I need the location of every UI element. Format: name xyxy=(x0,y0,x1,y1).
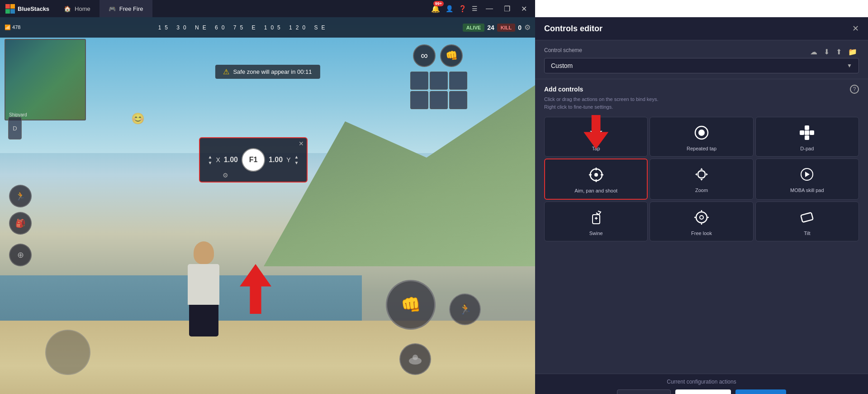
punch-button[interactable]: 👊 xyxy=(440,44,463,67)
svg-rect-7 xyxy=(810,130,814,135)
d-button[interactable]: D xyxy=(8,117,22,139)
minimize-button[interactable]: — xyxy=(483,4,496,14)
close-button[interactable]: ✕ xyxy=(518,4,530,14)
panel-close-button[interactable]: ✕ xyxy=(852,24,859,34)
svg-rect-4 xyxy=(805,125,809,130)
backpack-button[interactable]: 🎒 xyxy=(9,212,32,235)
infinity-button[interactable]: ∞ xyxy=(413,44,436,67)
y-up-arrow[interactable]: ▲ xyxy=(294,154,299,159)
swine-icon xyxy=(588,208,604,226)
tilt-label: Tilt xyxy=(804,230,810,236)
reset-button: Reset xyxy=(617,389,671,394)
scheme-download-icon[interactable]: ⬇ xyxy=(822,46,831,58)
joystick[interactable] xyxy=(45,330,90,375)
control-moba[interactable]: MOBA skill pad xyxy=(755,159,859,199)
safe-zone-message: ⚠ Safe zone will appear in 00:11 xyxy=(215,65,320,79)
control-free-look[interactable]: Free look xyxy=(650,202,753,241)
free-look-icon xyxy=(693,208,710,226)
kill-label: KILL xyxy=(497,24,515,32)
scheme-icons: ☁ ⬇ ⬆ 📁 xyxy=(808,46,859,58)
x-arrows: ▲ ▼ xyxy=(208,154,213,165)
run-button-right[interactable]: 🏃 xyxy=(449,293,481,325)
svg-rect-8 xyxy=(805,130,809,135)
logo-icon xyxy=(5,4,15,14)
cancel-button[interactable]: Cancel xyxy=(675,389,731,394)
kill-count: 0 xyxy=(518,24,522,31)
control-tilt[interactable]: Tilt xyxy=(755,202,859,241)
scheme-value: Custom xyxy=(551,62,573,69)
scheme-section: Control scheme ☁ ⬇ ⬆ 📁 Custom ▼ xyxy=(535,40,868,79)
control-dpad[interactable]: D-pad xyxy=(755,117,859,157)
key-bind-circle[interactable]: F1 xyxy=(242,148,265,172)
free-look-label: Free look xyxy=(691,230,712,236)
widget-close-icon[interactable]: ✕ xyxy=(299,140,304,147)
control-aim-pan-shoot[interactable]: Aim, pan and shoot xyxy=(544,159,648,199)
x-up-arrow[interactable]: ▲ xyxy=(208,154,213,159)
inv-slot-1[interactable] xyxy=(410,72,428,90)
crawl-button[interactable] xyxy=(399,343,431,375)
aim-pan-shoot-label: Aim, pan and shoot xyxy=(574,187,617,194)
help-icon[interactable]: ❓ xyxy=(459,5,466,12)
add-controls-description: Click or drag the actions on the screen … xyxy=(544,96,859,111)
svg-point-20 xyxy=(700,216,703,219)
scheme-folder-icon[interactable]: 📁 xyxy=(846,46,859,58)
status-right: ALIVE 24 KILL 0 ⚙ xyxy=(463,23,531,32)
inv-slot-5[interactable] xyxy=(430,91,448,109)
titlebar-right: 🔔 99+ 👤 ❓ ☰ — ❐ ✕ xyxy=(431,4,535,14)
aim-icon xyxy=(588,166,604,184)
svg-point-1 xyxy=(413,355,418,360)
scheme-cloud-icon[interactable]: ☁ xyxy=(808,46,819,58)
panel-title: Controls editor xyxy=(544,24,602,34)
menu-icon[interactable]: ☰ xyxy=(472,5,478,12)
zoom-icon xyxy=(693,165,710,183)
maximize-button[interactable]: ❐ xyxy=(501,4,513,14)
config-buttons: Reset Cancel Save xyxy=(544,389,859,394)
bluestacks-logo: BlueStacks xyxy=(0,4,55,14)
help-button[interactable]: ? xyxy=(850,85,859,94)
app-titlebar: BlueStacks 🏠 Home 🎮 Free Fire 🔔 99+ 👤 ❓ … xyxy=(0,0,535,17)
x-label: X xyxy=(216,156,220,163)
player-head xyxy=(194,241,214,264)
emoji-button[interactable]: 😊 xyxy=(131,112,145,125)
control-repeated-tap[interactable]: Repeated tap xyxy=(650,117,753,157)
tutorial-arrow-down xyxy=(583,115,608,149)
settings-icon[interactable]: ⚙ xyxy=(524,23,531,32)
compass: 15 30 NE 60 75 E 105 120 SE xyxy=(24,24,462,31)
notification-button[interactable]: 🔔 99+ xyxy=(431,5,440,13)
medical-button[interactable]: ⊕ xyxy=(9,244,32,266)
inv-slot-3[interactable] xyxy=(449,72,467,90)
control-swine[interactable]: Swine xyxy=(544,202,648,241)
scheme-dropdown[interactable]: Custom ▼ xyxy=(544,58,859,73)
panel-header: Controls editor ✕ xyxy=(535,17,868,40)
save-button[interactable]: Save xyxy=(735,389,786,394)
svg-point-10 xyxy=(594,173,598,177)
alive-count: 24 xyxy=(487,24,494,31)
game-icon: 🎮 xyxy=(109,5,116,12)
zoom-label: Zoom xyxy=(695,187,708,193)
account-icon[interactable]: 👤 xyxy=(446,5,453,12)
x-down-arrow[interactable]: ▼ xyxy=(208,160,213,165)
widget-gear-icon[interactable]: ⚙ xyxy=(223,172,228,179)
inv-slot-6[interactable] xyxy=(449,91,467,109)
warning-icon: ⚠ xyxy=(223,67,229,76)
control-tap[interactable]: Tap xyxy=(544,117,648,157)
big-punch-button[interactable]: 👊 xyxy=(386,280,436,330)
y-label: Y xyxy=(286,156,290,163)
game-tab[interactable]: 🎮 Free Fire xyxy=(100,0,152,17)
scheme-upload-icon[interactable]: ⬆ xyxy=(834,46,844,58)
run-side-button[interactable]: 🏃 xyxy=(9,185,32,207)
y-value: 1.00 xyxy=(269,156,283,164)
game-viewport: 📶 478 15 30 NE 60 75 E 105 120 SE ALIVE … xyxy=(0,17,535,394)
repeated-tap-label: Repeated tap xyxy=(687,145,716,152)
add-controls-title: Add controls xyxy=(544,86,583,93)
control-zoom[interactable]: Zoom xyxy=(650,159,753,199)
inv-slot-2[interactable] xyxy=(430,72,448,90)
config-actions-footer: Current configuration actions Reset Canc… xyxy=(535,374,868,394)
y-down-arrow[interactable]: ▼ xyxy=(294,160,299,165)
svg-rect-5 xyxy=(805,135,809,140)
tutorial-arrow-up xyxy=(240,264,271,314)
moba-icon xyxy=(799,165,815,183)
home-tab[interactable]: 🏠 Home xyxy=(55,0,100,17)
svg-point-19 xyxy=(696,212,707,223)
inv-slot-4[interactable] xyxy=(410,91,428,109)
